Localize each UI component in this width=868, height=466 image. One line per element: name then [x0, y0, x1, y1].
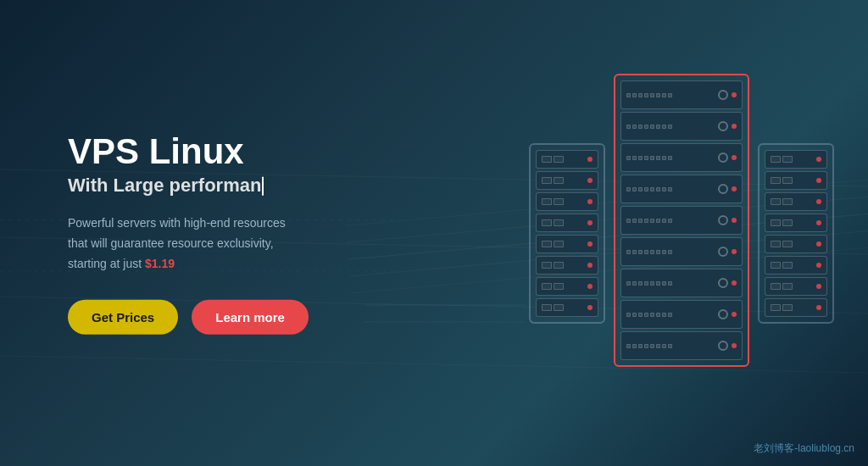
description: Powerful servers with high-end resources…: [68, 214, 407, 274]
server-unit: [536, 256, 598, 275]
server-led: [587, 220, 593, 225]
server-unit: [620, 300, 743, 329]
server-unit: [765, 150, 827, 169]
server-unit: [536, 171, 598, 190]
server-unit: [765, 256, 827, 275]
server-unit: [620, 206, 743, 235]
desc-line2: that will guarantee resource exclusivity…: [68, 236, 274, 250]
server-unit: [620, 112, 743, 141]
get-prices-button[interactable]: Get Prices: [68, 299, 178, 334]
server-unit: [765, 235, 827, 253]
server-led: [816, 305, 821, 310]
server-unit: [620, 331, 743, 360]
server-unit: [765, 298, 827, 317]
server-led: [816, 220, 821, 225]
server-led: [587, 199, 593, 204]
server-unit: [620, 175, 743, 203]
servers-illustration: [529, 99, 834, 367]
server-unit: [536, 235, 598, 253]
server-led: [816, 178, 821, 183]
server-unit: [620, 80, 743, 109]
server-unit: [620, 269, 743, 297]
server-unit: [536, 192, 598, 211]
hero-content: VPS Linux With Large performan Powerful …: [68, 132, 407, 335]
learn-more-button[interactable]: Learn more: [192, 299, 309, 334]
rack-center: [614, 74, 749, 367]
server-unit: [765, 171, 827, 190]
server-led: [816, 241, 821, 247]
desc-line1: Powerful servers with high-end resources: [68, 216, 286, 230]
server-unit: [536, 277, 598, 296]
rack-right: [758, 143, 834, 324]
server-unit: [536, 298, 598, 317]
server-led: [816, 263, 821, 268]
server-unit: [765, 192, 827, 211]
server-led: [816, 284, 821, 289]
price-value: $1.19: [145, 256, 175, 269]
server-led: [587, 305, 593, 310]
server-led: [587, 241, 593, 247]
watermark: 老刘博客-laoliublog.cn: [754, 441, 854, 456]
main-title: VPS Linux: [68, 132, 407, 171]
server-led: [816, 199, 821, 204]
server-led: [816, 157, 821, 162]
server-led: [587, 178, 593, 183]
server-led: [587, 263, 593, 268]
server-unit: [765, 277, 827, 296]
server-unit: [620, 143, 743, 172]
subtitle-text: With Large performan: [68, 175, 261, 196]
server-unit: [536, 214, 598, 232]
sub-title: With Large performan: [68, 175, 407, 197]
cursor: [262, 177, 264, 196]
server-unit: [620, 237, 743, 266]
desc-line3: starting at just: [68, 256, 145, 269]
server-led: [587, 157, 593, 162]
server-unit: [536, 150, 598, 169]
server-unit: [765, 214, 827, 232]
server-led: [587, 284, 593, 289]
rack-left: [529, 143, 605, 324]
cta-buttons: Get Prices Learn more: [68, 299, 407, 334]
